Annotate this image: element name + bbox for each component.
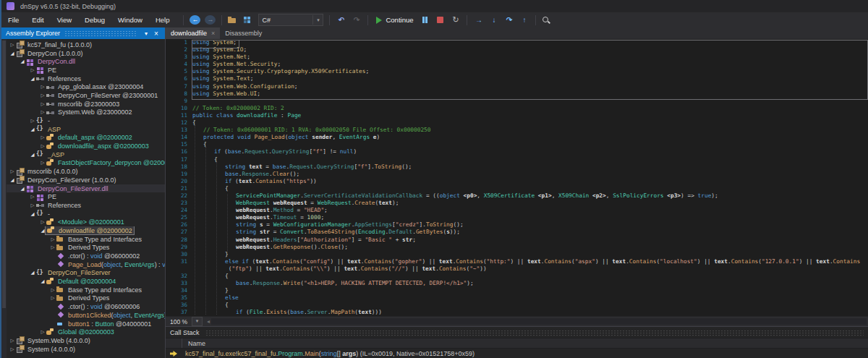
code-line-11[interactable]: 11public class downloadfile : Page <box>166 112 868 119</box>
tree-node-downloadfile-02000002[interactable]: downloadfile @02000002 <box>1 226 165 235</box>
tree-node-references[interactable]: References <box>1 74 165 83</box>
line-number[interactable]: 6 <box>166 75 192 82</box>
tree-node-downloadfile-aspx-02000003[interactable]: downloadfile_aspx @02000003 <box>1 142 165 150</box>
expander-closed-icon[interactable] <box>39 93 46 98</box>
code-line-22[interactable]: 22ServicePointManager.ServerCertificateV… <box>166 192 868 200</box>
step-out-icon[interactable] <box>519 14 529 26</box>
expander-closed-icon[interactable] <box>39 143 46 149</box>
expander-open-icon[interactable] <box>19 186 26 192</box>
column-header-name[interactable]: Name <box>182 340 205 347</box>
tree-node-pe[interactable]: PE <box>1 192 165 201</box>
code-line-18[interactable]: 18string text = base.Request.QueryString… <box>166 163 868 171</box>
callstack-frame-row[interactable]: kc57_final_fu.exe!kc57_final_fu.Program.… <box>166 349 868 358</box>
code-line-5[interactable]: 5using System.Security.Cryptography.X509… <box>166 68 868 75</box>
tree-node-system-4-0-0-0[interactable]: System (4.0.0.0) <box>1 345 165 354</box>
line-number[interactable]: 9 <box>166 98 192 105</box>
tree-node-[interactable]: - <box>1 116 165 125</box>
tree-node-asp[interactable]: ASP <box>1 125 165 134</box>
line-number[interactable]: 11 <box>166 112 192 119</box>
expander-open-icon[interactable] <box>29 270 36 276</box>
code-line-21[interactable]: 21{ <box>166 185 868 192</box>
continue-button[interactable]: Continue <box>374 16 415 24</box>
expander-closed-icon[interactable] <box>39 135 46 140</box>
tab-disassembly[interactable]: Disassembly <box>220 27 267 39</box>
line-number[interactable]: 12 <box>166 119 192 127</box>
line-number[interactable]: 23 <box>166 200 192 207</box>
code-line-36[interactable]: 36{ <box>166 302 868 309</box>
tree-node-derpycon-1-0-0-0[interactable]: DerpyCon (1.0.0.0) <box>1 49 165 58</box>
panel-close-icon[interactable] <box>151 30 161 38</box>
code-line-7[interactable]: 7using System.Web.Configuration; <box>166 83 868 90</box>
code-line-9[interactable]: 9 <box>166 98 868 105</box>
line-number[interactable]: 28 <box>166 236 192 244</box>
tree-node-derpycon-fileserver[interactable]: DerpyCon_FileServer <box>1 269 165 278</box>
expander-closed-icon[interactable] <box>49 295 56 301</box>
line-number[interactable]: 4 <box>166 61 192 68</box>
code-line-16[interactable]: 16if (base.Request.QueryString["f"] != n… <box>166 148 868 155</box>
code-line-34[interactable]: 34} <box>166 287 868 294</box>
code-line-25[interactable]: 25webRequest.Timeout = 1000; <box>166 214 868 221</box>
menu-help[interactable]: Help <box>149 12 176 27</box>
open-module-icon[interactable] <box>243 16 254 24</box>
line-number[interactable]: 20 <box>166 178 192 185</box>
line-number[interactable]: 14 <box>166 134 192 141</box>
chevron-down-icon[interactable] <box>312 15 323 25</box>
code-line-1[interactable]: 1using System; <box>166 39 868 46</box>
expander-open-icon[interactable] <box>29 152 36 158</box>
expander-closed-icon[interactable] <box>39 160 46 166</box>
tree-node-global-02000003[interactable]: Global @02000003 <box>1 328 165 336</box>
menu-edit[interactable]: Edit <box>25 12 50 27</box>
redo-icon[interactable] <box>351 14 362 26</box>
tree-node-ctor[interactable]: .ctor() : void @06000006 <box>1 302 165 311</box>
tree-node-derpycon-fileserver-1-0-0-0[interactable]: DerpyCon_FileServer (1.0.0.0) <box>1 176 165 184</box>
menu-view[interactable]: View <box>51 12 78 27</box>
expander-closed-icon[interactable] <box>29 67 36 73</box>
menu-file[interactable]: File <box>1 12 25 27</box>
code-line-35[interactable]: 35else <box>166 294 868 302</box>
undo-icon[interactable] <box>336 14 346 26</box>
zoom-dropdown-icon[interactable] <box>192 317 203 326</box>
line-number[interactable]: 15 <box>166 141 192 148</box>
horizontal-scrollbar[interactable] <box>211 318 867 325</box>
language-combobox[interactable]: C# <box>258 14 323 26</box>
panel-menu-icon[interactable] <box>141 30 151 37</box>
code-line-wrap[interactable]: ("ftp") || text.Contains("\\") || text.C… <box>166 265 868 273</box>
code-line-26[interactable]: 26string s = WebConfigurationManager.App… <box>166 221 868 229</box>
pause-icon[interactable] <box>422 17 427 23</box>
expander-closed-icon[interactable] <box>39 219 46 225</box>
tree-node-ctor[interactable]: .ctor() : void @06000002 <box>1 252 165 260</box>
expander-closed-icon[interactable] <box>39 84 46 90</box>
line-number[interactable]: 2 <box>166 46 192 54</box>
tree-scrollbar[interactable] <box>1 39 7 358</box>
tree-node-kc57-final-fu-1-0-0-0[interactable]: kc57_final_fu (1.0.0.0) <box>1 41 165 49</box>
tree-node-page-load[interactable]: Page_Load(object, EventArgs) : void @060… <box>1 260 165 269</box>
line-number[interactable]: 30 <box>166 251 192 258</box>
code-line-23[interactable]: 23WebRequest webRequest = WebRequest.Cre… <box>166 200 868 207</box>
expander-open-icon[interactable] <box>39 278 46 284</box>
expander-closed-icon[interactable] <box>29 118 36 124</box>
expander-closed-icon[interactable] <box>49 287 56 293</box>
tree-node-fastobjectfactory-derpycon-0[interactable]: FastObjectFactory_derpycon @02000004 <box>1 159 165 168</box>
code-line-28[interactable]: 28webRequest.Headers["Authorization"] = … <box>166 236 868 244</box>
assembly-explorer-header[interactable]: Assembly Explorer <box>1 27 165 39</box>
tree-node-asp[interactable]: _ASP <box>1 150 165 159</box>
tree-node-system-web-23000002[interactable]: System.Web @23000002 <box>1 108 165 117</box>
tree-node-default-aspx-02000002[interactable]: default_aspx @02000002 <box>1 134 165 142</box>
code-line-19[interactable]: 19base.Response.Clear(); <box>166 171 868 178</box>
restart-icon[interactable] <box>450 14 461 26</box>
line-number[interactable]: 22 <box>166 192 192 200</box>
expander-closed-icon[interactable] <box>49 244 56 250</box>
code-line-12[interactable]: 12{ <box>166 119 868 127</box>
line-number[interactable]: 35 <box>166 294 192 302</box>
line-number[interactable]: 7 <box>166 83 192 90</box>
expander-closed-icon[interactable] <box>9 169 16 174</box>
expander-closed-icon[interactable] <box>39 329 46 335</box>
line-number[interactable]: 16 <box>166 148 192 155</box>
scrollbar-thumb[interactable] <box>2 41 6 308</box>
code-line-37[interactable]: 37if (File.Exists(base.Server.MapPath(te… <box>166 309 868 316</box>
code-line-33[interactable]: 33base.Response.Write("<h1>HERP, HACKING… <box>166 280 868 287</box>
line-number[interactable]: 17 <box>166 156 192 163</box>
tab-close-icon[interactable] <box>211 30 215 37</box>
code-line-17[interactable]: 17{ <box>166 156 868 163</box>
tree-node-pe[interactable]: PE <box>1 66 165 74</box>
